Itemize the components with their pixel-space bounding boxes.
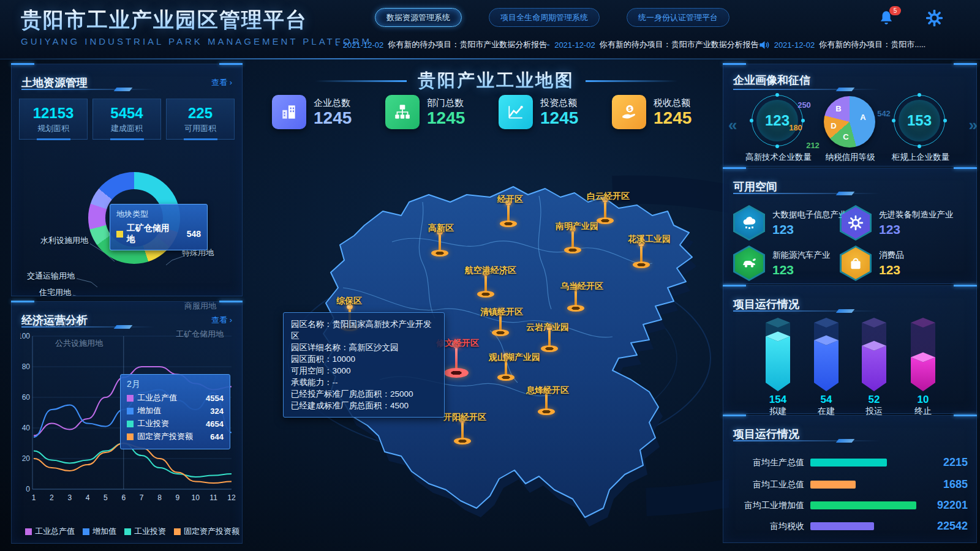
project-metrics-panel: 项目运行情况 亩均生产总值2215 亩均工业总值1685 亩均工业增加值9220… [723,415,977,543]
bar-value: 10 [918,394,929,406]
svg-text:5: 5 [104,493,108,502]
legend-item[interactable]: 增加值 [83,526,116,537]
stat-card-investment: 投资总额1245 [499,95,612,129]
metric-row-gdp: 亩均生产总值2215 [729,456,968,469]
stat-card-departments: 部门总数1245 [385,95,499,129]
gear-icon [842,207,870,239]
legend-item[interactable]: 工业总产值 [25,526,75,537]
bar-value: 154 [769,394,786,406]
donut-tooltip: 地块类型 工矿仓储用地 548 [110,204,208,250]
pie-slice-label: C [843,132,848,141]
info-row: 可用空间：3000 [291,365,437,377]
space-item-equipment: 先进装备制造业产业123 [840,205,954,241]
chevron-left-icon[interactable]: « [728,116,734,135]
info-row: 园区面积：10000 [291,353,437,365]
land-view-link[interactable]: 查看 › [211,77,232,88]
ticker-item[interactable]: 2021-12-02你有新的待办项目：贵阳市..... [759,39,970,50]
org-chart-icon [385,95,420,129]
project-status-bars-panel: 项目运行情况 154 54 52 10 拟建 在建 投运 终止 [723,285,977,414]
donut-label: 水利设施用地 [40,235,88,246]
available-space-panel: 可用空间 大数据电子信息产业123 先进装备制造业产业123 新能源汽车产业12… [723,168,977,284]
map-title: 贵阳产业工业地图 [418,69,575,93]
land-resource-panel: 土地资源管理 查看 › 12153规划面积 5454建成面积 225可用面积 [11,64,243,296]
legend-swatch [116,231,123,238]
decor-line [586,80,677,82]
gauge-scale-enterprise-count: 153 [894,95,945,146]
legend-item[interactable]: 固定资产投资额 [174,526,239,537]
map-marker-label: 综保区 [336,296,362,307]
speaker-icon [547,40,550,50]
map-marker-label: 乌当经开区 [560,281,603,292]
land-stats: 12153规划面积 5454建成面积 225可用面积 [19,99,235,140]
svg-text:9: 9 [176,493,180,502]
pie-value: 542 [877,109,891,118]
pie-slice-label: B [835,104,841,113]
ticker-date: 2021-12-02 [774,40,815,50]
bar-in-operation [862,318,886,392]
map-marker-label: 南明产业园 [556,221,598,232]
stat-planned-area: 12153规划面积 [19,99,88,140]
panel-title: 可用空间 [733,179,777,194]
svg-text:6: 6 [121,493,126,502]
info-row: 园区名称：贵阳国家高新技术产业开发区 [291,318,437,342]
notification-bell-icon[interactable]: 5 [878,10,897,28]
app-title: 贵阳市工业产业园区管理平台 [21,6,372,34]
bar-value: 54 [821,394,832,406]
donut-label: 交通运输用地 [27,271,75,282]
economy-view-link[interactable]: 查看 › [211,315,232,326]
bar-under-construction [814,318,839,392]
tooltip-row: 工业投资4654 [127,418,224,429]
app-subtitle: GUIYANG INDUSTRIAL PARK MANAGEMENT PLATF… [21,36,372,47]
stat-available-area: 225可用面积 [166,99,235,140]
ticker-text: 你有新的待办项目：贵阳市产业数据分析报告 [388,39,547,50]
bar-proposed [766,318,790,392]
ticker-date: 2021-12-02 [554,40,595,50]
pie-title: 纳税信用等级 [826,152,875,163]
svg-text:1: 1 [32,493,36,502]
bar-value: 52 [869,394,880,406]
land-use-donut-chart: 水利设施用地 特殊用地 交通运输用地 住宅用地 公共建筑用地 公共设施用地 工矿… [12,144,242,296]
legend-item[interactable]: 工业投资 [124,526,166,537]
nav-identity-button[interactable]: 统一身份认证管理平台 [627,8,729,27]
svg-text:40: 40 [22,424,31,432]
map-stat-cards: 企业总数1245 部门总数1245 投资总额1245 $ 税收总额1245 [272,95,725,129]
map-marker-label: 开阳经开区 [443,412,486,423]
svg-text:12: 12 [227,493,236,502]
map-marker-label: 高新区 [428,223,454,234]
metric-row-industrial-total: 亩均工业总值1685 [729,478,968,491]
svg-text:0: 0 [26,485,30,493]
gauge-label: 柜规上企业数量 [892,152,950,163]
info-row: 已经建成标准厂房总面积：4500 [291,400,437,411]
svg-text:10: 10 [192,493,200,502]
svg-text:8: 8 [157,493,162,502]
ticker-item[interactable]: 2021-12-02你有新的待办项目：贵阳市产业数据分析报告 [547,39,758,50]
panel-title: 项目运行情况 [733,427,799,441]
tooltip-row: 增加值324 [127,405,224,416]
chevron-right-icon[interactable]: » [969,116,975,135]
enterprise-credit-panel: 企业画像和征信 « 123 A B C D 542 250 212 180 15… [723,64,977,167]
pie-value: 250 [797,100,811,110]
space-item-consumer: 消费品123 [840,246,904,281]
guiyang-map[interactable]: 园区名称：贵阳国家高新技术产业开发区园区详细名称：高新区沙文园园区面积：1000… [263,147,729,542]
economy-chart-legend: 工业总产值增加值工业投资固定资产投资额 [25,526,239,537]
stat-built-area: 5454建成面积 [92,99,161,140]
ticker-date: 2021-12-02 [343,40,384,50]
map-title-block: 贵阳产业工业地图 [263,69,729,93]
settings-gear-icon[interactable] [926,10,944,28]
building-icon [272,95,306,129]
cloud-icon [735,207,763,239]
bar-terminated [911,318,935,392]
svg-text:11: 11 [209,493,217,502]
map-marker-label: 白云经开区 [587,191,630,202]
stat-card-enterprises: 企业总数1245 [272,95,385,129]
svg-text:$: $ [628,105,631,112]
economy-analysis-panel: 经济运营分析 查看 › 020406080100123456789101112 … [11,301,243,544]
metric-row-added-value: 亩均工业增加值92201 [729,499,968,512]
map-marker-label: 云岩产业园 [526,322,569,333]
panel-title: 经济运营分析 [21,313,88,328]
nav-project-lifecycle-button[interactable]: 项目全生命周期管理系统 [489,8,600,27]
ticker-item[interactable]: 2021-12-02你有新的待办项目：贵阳市产业数据分析报告 [336,39,547,50]
header: 贵阳市工业产业园区管理平台 GUIYANG INDUSTRIAL PARK MA… [0,0,980,59]
svg-text:4: 4 [86,493,90,502]
nav-data-resource-button[interactable]: 数据资源管理系统 [375,8,462,27]
